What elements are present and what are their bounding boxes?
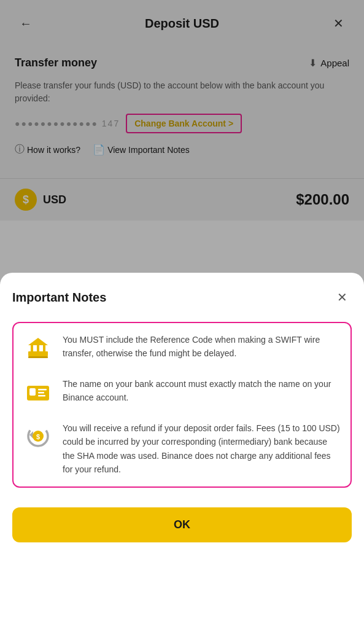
svg-rect-5 bbox=[28, 356, 48, 358]
svg-rect-2 bbox=[37, 345, 39, 352]
sheet-close-button[interactable]: ✕ bbox=[332, 287, 352, 307]
svg-rect-9 bbox=[38, 392, 44, 394]
sheet-title: Important Notes bbox=[12, 291, 106, 305]
svg-marker-4 bbox=[28, 338, 48, 345]
svg-rect-7 bbox=[29, 388, 36, 396]
ok-button[interactable]: OK bbox=[12, 507, 352, 542]
note-item-refund: $ You will receive a refund if your depo… bbox=[23, 421, 341, 477]
refund-icon: $ bbox=[23, 421, 53, 451]
id-card-icon bbox=[23, 377, 53, 407]
note-text-refund: You will receive a refund if your deposi… bbox=[63, 421, 341, 477]
note-item-name: The name on your bank account must exact… bbox=[23, 377, 341, 407]
svg-rect-1 bbox=[31, 345, 33, 352]
svg-text:$: $ bbox=[36, 433, 40, 440]
sheet-header: Important Notes ✕ bbox=[12, 287, 352, 307]
note-text-swift: You MUST include the Reference Code when… bbox=[63, 333, 341, 361]
notes-container: You MUST include the Reference Code when… bbox=[12, 322, 352, 488]
note-item-swift: You MUST include the Reference Code when… bbox=[23, 333, 341, 362]
bank-icon bbox=[23, 333, 53, 362]
svg-rect-8 bbox=[38, 389, 47, 391]
svg-rect-0 bbox=[28, 351, 48, 356]
important-notes-sheet: Important Notes ✕ You MUST inc bbox=[0, 273, 364, 629]
svg-rect-10 bbox=[38, 395, 45, 397]
note-text-name: The name on your bank account must exact… bbox=[63, 377, 341, 405]
svg-rect-3 bbox=[43, 345, 45, 352]
